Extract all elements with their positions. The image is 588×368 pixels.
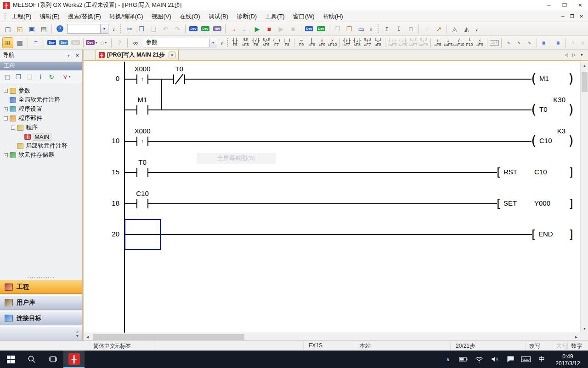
edit-statement[interactable]: ▦ bbox=[538, 36, 549, 49]
instruction-opcode[interactable]: END bbox=[538, 230, 553, 238]
ladder-tool-sF5[interactable]: ╙╜sF5 bbox=[240, 36, 251, 49]
tree-item-程序设置[interactable]: +程序设置 bbox=[0, 104, 82, 114]
menu-item-6[interactable]: 调试(B) bbox=[204, 11, 232, 22]
statement-insert[interactable]: ↥ bbox=[381, 23, 392, 34]
new-data[interactable]: ▢ bbox=[2, 72, 12, 82]
horizontal-scroll-thumb[interactable] bbox=[93, 334, 244, 340]
touch-keyboard-icon[interactable] bbox=[519, 351, 533, 368]
tab-main-program[interactable]: ╫ [PRG]写入 MAIN 21步 ✕ bbox=[96, 50, 179, 60]
combo-dropdown-icon[interactable]: ▼ bbox=[100, 24, 108, 33]
gx-works2-taskbar-button[interactable]: ╫ bbox=[63, 351, 85, 368]
tree-item-MAIN[interactable]: ╫MAIN bbox=[0, 132, 82, 141]
toolbar-overflow-icon[interactable]: ‥▾ bbox=[220, 37, 224, 48]
tab-scroll-left-icon[interactable]: ◁ bbox=[565, 52, 568, 57]
cut[interactable]: ✂ bbox=[124, 23, 135, 34]
device-comment-find[interactable]: Dev bbox=[46, 37, 57, 48]
statement-display[interactable]: ◭ bbox=[461, 23, 472, 34]
ladder-canvas[interactable]: 0↑X000T0(M1)M1(T0)K3010↑X000(C10)K315T0[… bbox=[84, 62, 580, 333]
coil-device-label[interactable]: C10 bbox=[539, 137, 552, 144]
contact-X000-pulse[interactable]: ↑ bbox=[136, 75, 148, 84]
edit-contact[interactable]: ✎ bbox=[503, 36, 514, 49]
comment-display[interactable]: ◬ bbox=[449, 23, 460, 34]
menu-item-0[interactable]: 工程(P) bbox=[7, 11, 35, 22]
statement-delete[interactable]: ↧ bbox=[393, 23, 404, 34]
ladder-tool-caF10[interactable]: ∕caF10 bbox=[453, 36, 464, 49]
menu-item-2[interactable]: 搜索/替换(F) bbox=[64, 11, 105, 22]
simulation-screen[interactable]: ▭ bbox=[356, 23, 367, 34]
device-display-2[interactable]: Dev bbox=[316, 23, 327, 34]
jump[interactable]: ↗ bbox=[433, 23, 444, 34]
combo-dropdown-icon[interactable]: ▼ bbox=[209, 38, 217, 47]
tab-close-icon[interactable]: ✕ bbox=[169, 52, 175, 58]
device-monitor[interactable]: Dev bbox=[200, 23, 211, 34]
ladder-tool-F9[interactable]: ─F9 bbox=[296, 36, 307, 49]
menu-item-7[interactable]: 诊断(D) bbox=[232, 11, 261, 22]
horizontal-scrollbar[interactable]: ◀▶ bbox=[84, 333, 580, 340]
vertical-scroll-thumb[interactable] bbox=[582, 72, 588, 92]
new-project[interactable]: ▢ bbox=[2, 23, 13, 34]
device-test[interactable]: HW bbox=[212, 23, 223, 34]
contact-X000-pulse[interactable]: ↑ bbox=[136, 137, 148, 146]
navigation-toggle[interactable]: ⊞ bbox=[2, 37, 13, 48]
ladder-tool-aF8[interactable]: ╙↓╜aF8 bbox=[373, 36, 383, 49]
ladder-tool-F7[interactable]: ( )F7 bbox=[271, 36, 282, 49]
ladder-tool-F8[interactable]: [ ]F8 bbox=[282, 36, 292, 49]
device-find-mode[interactable]: ◌▾ bbox=[98, 37, 109, 48]
volume-icon[interactable] bbox=[488, 351, 502, 368]
menu-item-4[interactable]: 视图(V) bbox=[147, 11, 175, 22]
minimize-button[interactable]: ─ bbox=[541, 0, 557, 11]
taskbar-clock[interactable]: 0:49 2017/3/12 bbox=[550, 352, 585, 367]
ladder-tool-F6[interactable]: ┤/├F6 bbox=[251, 36, 261, 49]
contact-C10[interactable] bbox=[136, 199, 148, 208]
ladder-tool-F5[interactable]: ┤├F5 bbox=[230, 36, 240, 49]
mdi-minimize-button[interactable]: ─ bbox=[561, 14, 565, 19]
view-button-用户库[interactable]: 用户库 bbox=[0, 295, 82, 310]
ladder-tool-aF7[interactable]: ╙↑╜aF7 bbox=[362, 36, 373, 49]
ladder-tool-sF9[interactable]: │sF9 bbox=[306, 36, 317, 49]
ladder-tool-caF5[interactable]: ↓caF5 bbox=[443, 36, 453, 49]
view-button-工程[interactable]: 工程 bbox=[0, 280, 82, 294]
instruction-opcode[interactable]: SET bbox=[503, 199, 517, 207]
menu-item-3[interactable]: 转换/编译(C) bbox=[105, 11, 147, 22]
mdi-restore-button[interactable]: ❐ bbox=[570, 14, 574, 19]
find-target-combo[interactable]: 参数▼ bbox=[143, 38, 217, 47]
menu-item-8[interactable]: 工具(T) bbox=[261, 11, 289, 22]
device-comment-search[interactable]: Dev bbox=[188, 23, 199, 34]
menu-item-9[interactable]: 窗口(W) bbox=[289, 11, 319, 22]
start-button[interactable] bbox=[0, 351, 21, 368]
instruction-opcode[interactable]: RST bbox=[503, 168, 517, 176]
stop-monitoring-all[interactable]: ■ bbox=[264, 23, 275, 34]
restore-button[interactable]: ❐ bbox=[557, 0, 572, 11]
task-view-button[interactable] bbox=[42, 351, 63, 368]
view-menu-icon[interactable]: ▾ bbox=[76, 334, 79, 338]
pin-icon[interactable]: ∓ bbox=[67, 52, 71, 58]
open-project[interactable]: ◱ bbox=[14, 23, 25, 34]
scroll-right-icon[interactable]: ▶ bbox=[572, 333, 580, 341]
edit-cursor[interactable] bbox=[124, 219, 161, 250]
ladder-tool-sF6[interactable]: ╙/╜sF6 bbox=[261, 36, 271, 49]
panel-splitter[interactable] bbox=[0, 276, 83, 280]
close-button[interactable]: ✕ bbox=[572, 0, 588, 11]
ime-indicator[interactable]: 中 bbox=[535, 351, 548, 368]
refresh-view[interactable]: ↻ bbox=[46, 72, 57, 82]
ladder-tool-F10[interactable]: └F10 bbox=[464, 36, 475, 49]
ladder-tool-cF9[interactable]: ✕cF9 bbox=[317, 36, 328, 49]
ladder-tool-sF7[interactable]: ┤↑├sF7 bbox=[342, 36, 352, 49]
device-display-format[interactable]: Dev▾ bbox=[86, 37, 97, 48]
expand-icon[interactable]: + bbox=[4, 153, 8, 157]
ladder-tool-cF10[interactable]: ✕cF10 bbox=[327, 36, 338, 49]
tree-item-程序部件[interactable]: -程序部件 bbox=[0, 114, 82, 123]
vertical-scrollbar[interactable]: ▲▼ bbox=[580, 62, 588, 333]
window-tile[interactable]: ❐ bbox=[344, 23, 355, 34]
edit-note[interactable]: ▦ bbox=[553, 36, 564, 49]
expand-icon[interactable]: + bbox=[4, 107, 8, 111]
edit-coil[interactable]: ✎ bbox=[514, 36, 524, 49]
data-property[interactable]: i bbox=[35, 72, 45, 82]
view-button-连接目标[interactable]: 连接目标 bbox=[0, 311, 82, 325]
contact-T0-nc[interactable] bbox=[173, 75, 185, 84]
work-window-list[interactable]: ≡ bbox=[30, 37, 41, 48]
action-center-icon[interactable] bbox=[503, 351, 517, 368]
scroll-up-icon[interactable]: ▲ bbox=[581, 62, 588, 69]
tree-item-参数[interactable]: +参数 bbox=[0, 86, 82, 95]
device-display-1[interactable]: Dev bbox=[304, 23, 315, 34]
